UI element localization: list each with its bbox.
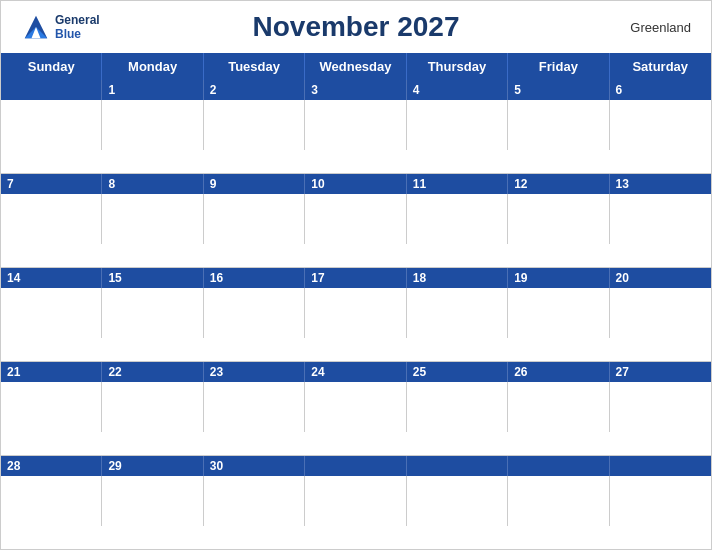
week-3-body-1	[102, 288, 203, 338]
week-5-day-3	[305, 456, 406, 476]
week-2-body-4	[407, 194, 508, 244]
week-4-body-3	[305, 382, 406, 432]
week-3-numbers: 14 15 16 17 18 19 20	[1, 268, 711, 288]
day-header-sunday: Sunday	[1, 53, 102, 80]
week-2-day-0: 7	[1, 174, 102, 194]
week-1-day-5: 5	[508, 80, 609, 100]
week-2-day-3: 10	[305, 174, 406, 194]
week-4-body-1	[102, 382, 203, 432]
week-3-body-4	[407, 288, 508, 338]
week-1: 1 2 3 4 5 6	[1, 80, 711, 174]
week-4-body-4	[407, 382, 508, 432]
week-3-body-3	[305, 288, 406, 338]
week-3-body-5	[508, 288, 609, 338]
week-5-body-4	[407, 476, 508, 526]
week-2-body-2	[204, 194, 305, 244]
week-4-day-0: 21	[1, 362, 102, 382]
week-2-day-5: 12	[508, 174, 609, 194]
week-1-body-1	[102, 100, 203, 150]
week-5-body-5	[508, 476, 609, 526]
logo-blue: Blue	[55, 27, 100, 41]
week-1-numbers: 1 2 3 4 5 6	[1, 80, 711, 100]
week-2-body-3	[305, 194, 406, 244]
week-5-numbers: 28 29 30	[1, 456, 711, 476]
day-header-thursday: Thursday	[407, 53, 508, 80]
week-1-day-0	[1, 80, 102, 100]
region-label: Greenland	[630, 20, 691, 35]
week-2-body	[1, 194, 711, 267]
week-1-body-3	[305, 100, 406, 150]
week-4-body-0	[1, 382, 102, 432]
week-3-day-5: 19	[508, 268, 609, 288]
week-5-day-1: 29	[102, 456, 203, 476]
week-2-day-1: 8	[102, 174, 203, 194]
week-2-day-2: 9	[204, 174, 305, 194]
week-1-day-3: 3	[305, 80, 406, 100]
week-2: 7 8 9 10 11 12 13	[1, 174, 711, 268]
day-header-monday: Monday	[102, 53, 203, 80]
week-5-body-0	[1, 476, 102, 526]
week-4-day-6: 27	[610, 362, 711, 382]
week-3-day-2: 16	[204, 268, 305, 288]
week-1-body-6	[610, 100, 711, 150]
week-4-numbers: 21 22 23 24 25 26 27	[1, 362, 711, 382]
week-1-day-4: 4	[407, 80, 508, 100]
week-2-day-4: 11	[407, 174, 508, 194]
week-3-body	[1, 288, 711, 361]
day-header-friday: Friday	[508, 53, 609, 80]
day-header-wednesday: Wednesday	[305, 53, 406, 80]
week-4-day-1: 22	[102, 362, 203, 382]
week-3-day-0: 14	[1, 268, 102, 288]
week-4-body-5	[508, 382, 609, 432]
day-header-tuesday: Tuesday	[204, 53, 305, 80]
week-5-day-4	[407, 456, 508, 476]
week-2-body-1	[102, 194, 203, 244]
week-5-body-6	[610, 476, 711, 526]
week-3-body-6	[610, 288, 711, 338]
weeks-container: 1 2 3 4 5 6 7 8 9 10	[1, 80, 711, 549]
week-3-body-2	[204, 288, 305, 338]
week-5-body-3	[305, 476, 406, 526]
week-1-body	[1, 100, 711, 173]
week-4-body-6	[610, 382, 711, 432]
calendar-title: November 2027	[252, 11, 459, 43]
week-5-day-0: 28	[1, 456, 102, 476]
week-4: 21 22 23 24 25 26 27	[1, 362, 711, 456]
logo-general: General	[55, 13, 100, 27]
week-5-day-2: 30	[204, 456, 305, 476]
week-4-day-4: 25	[407, 362, 508, 382]
week-1-body-5	[508, 100, 609, 150]
week-5: 28 29 30	[1, 456, 711, 549]
week-2-body-6	[610, 194, 711, 244]
week-3-body-0	[1, 288, 102, 338]
week-3-day-1: 15	[102, 268, 203, 288]
week-1-day-1: 1	[102, 80, 203, 100]
week-1-body-4	[407, 100, 508, 150]
day-headers-row: Sunday Monday Tuesday Wednesday Thursday…	[1, 53, 711, 80]
week-4-body-2	[204, 382, 305, 432]
calendar-header: General Blue November 2027 Greenland	[1, 1, 711, 53]
week-1-body-2	[204, 100, 305, 150]
week-1-day-2: 2	[204, 80, 305, 100]
logo-icon	[21, 12, 51, 42]
week-4-day-2: 23	[204, 362, 305, 382]
week-2-body-5	[508, 194, 609, 244]
week-5-body	[1, 476, 711, 549]
week-5-day-6	[610, 456, 711, 476]
week-4-day-5: 26	[508, 362, 609, 382]
week-5-body-1	[102, 476, 203, 526]
week-4-day-3: 24	[305, 362, 406, 382]
week-2-day-6: 13	[610, 174, 711, 194]
logo: General Blue	[21, 12, 100, 42]
week-4-body	[1, 382, 711, 455]
week-5-body-2	[204, 476, 305, 526]
week-3: 14 15 16 17 18 19 20	[1, 268, 711, 362]
week-5-day-5	[508, 456, 609, 476]
week-2-body-0	[1, 194, 102, 244]
calendar: General Blue November 2027 Greenland Sun…	[0, 0, 712, 550]
week-3-day-3: 17	[305, 268, 406, 288]
week-2-numbers: 7 8 9 10 11 12 13	[1, 174, 711, 194]
week-1-day-6: 6	[610, 80, 711, 100]
week-1-body-0	[1, 100, 102, 150]
day-header-saturday: Saturday	[610, 53, 711, 80]
